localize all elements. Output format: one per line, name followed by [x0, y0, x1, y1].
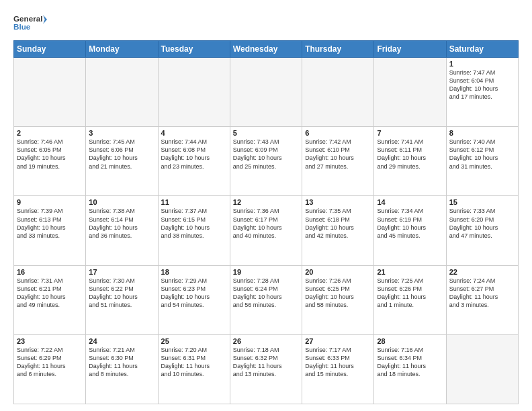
day-info: Sunrise: 7:37 AM Sunset: 6:15 PM Dayligh… [161, 207, 227, 240]
day-info: Sunrise: 7:25 AM Sunset: 6:26 PM Dayligh… [377, 277, 443, 310]
day-cell: 3Sunrise: 7:45 AM Sunset: 6:06 PM Daylig… [86, 127, 158, 196]
day-cell: 5Sunrise: 7:43 AM Sunset: 6:09 PM Daylig… [230, 127, 302, 196]
weekday-saturday: Saturday [446, 41, 518, 58]
day-number: 25 [161, 337, 227, 345]
day-cell: 24Sunrise: 7:21 AM Sunset: 6:30 PM Dayli… [86, 334, 158, 404]
day-number: 18 [161, 268, 227, 276]
day-number: 12 [233, 198, 299, 206]
day-number: 17 [89, 268, 154, 276]
weekday-wednesday: Wednesday [230, 41, 302, 58]
day-cell: 1Sunrise: 7:47 AM Sunset: 6:04 PM Daylig… [446, 58, 518, 127]
day-cell: 16Sunrise: 7:31 AM Sunset: 6:21 PM Dayli… [14, 265, 86, 334]
weekday-monday: Monday [86, 41, 158, 58]
logo-icon: General Blue [13, 11, 47, 35]
day-number: 7 [377, 129, 443, 137]
day-info: Sunrise: 7:18 AM Sunset: 6:32 PM Dayligh… [233, 346, 299, 379]
day-cell: 6Sunrise: 7:42 AM Sunset: 6:10 PM Daylig… [302, 127, 374, 196]
day-cell: 27Sunrise: 7:17 AM Sunset: 6:33 PM Dayli… [302, 334, 374, 404]
day-number: 24 [89, 337, 154, 345]
calendar-body: 1Sunrise: 7:47 AM Sunset: 6:04 PM Daylig… [14, 58, 519, 404]
day-number: 28 [377, 337, 443, 345]
day-info: Sunrise: 7:41 AM Sunset: 6:11 PM Dayligh… [377, 138, 443, 171]
day-cell: 2Sunrise: 7:46 AM Sunset: 6:05 PM Daylig… [14, 127, 86, 196]
day-cell: 22Sunrise: 7:24 AM Sunset: 6:27 PM Dayli… [446, 265, 518, 334]
day-number: 8 [449, 129, 515, 137]
day-number: 3 [89, 129, 154, 137]
day-cell [446, 334, 518, 404]
day-cell: 26Sunrise: 7:18 AM Sunset: 6:32 PM Dayli… [230, 334, 302, 404]
day-cell: 12Sunrise: 7:36 AM Sunset: 6:17 PM Dayli… [230, 196, 302, 265]
day-cell: 28Sunrise: 7:16 AM Sunset: 6:34 PM Dayli… [374, 334, 446, 404]
day-info: Sunrise: 7:40 AM Sunset: 6:12 PM Dayligh… [449, 138, 515, 171]
day-info: Sunrise: 7:20 AM Sunset: 6:31 PM Dayligh… [161, 346, 227, 379]
day-number: 21 [377, 268, 443, 276]
day-cell [14, 58, 86, 127]
day-info: Sunrise: 7:31 AM Sunset: 6:21 PM Dayligh… [17, 277, 83, 310]
svg-text:Blue: Blue [13, 22, 31, 31]
week-row-3: 9Sunrise: 7:39 AM Sunset: 6:13 PM Daylig… [14, 196, 519, 265]
day-cell [374, 58, 446, 127]
day-cell: 15Sunrise: 7:33 AM Sunset: 6:20 PM Dayli… [446, 196, 518, 265]
day-cell: 23Sunrise: 7:22 AM Sunset: 6:29 PM Dayli… [14, 334, 86, 404]
day-cell: 18Sunrise: 7:29 AM Sunset: 6:23 PM Dayli… [158, 265, 230, 334]
day-info: Sunrise: 7:29 AM Sunset: 6:23 PM Dayligh… [161, 277, 227, 310]
weekday-friday: Friday [374, 41, 446, 58]
day-number: 9 [17, 198, 83, 206]
day-info: Sunrise: 7:44 AM Sunset: 6:08 PM Dayligh… [161, 138, 227, 171]
day-cell: 21Sunrise: 7:25 AM Sunset: 6:26 PM Dayli… [374, 265, 446, 334]
day-cell: 10Sunrise: 7:38 AM Sunset: 6:14 PM Dayli… [86, 196, 158, 265]
day-number: 6 [305, 129, 371, 137]
day-info: Sunrise: 7:36 AM Sunset: 6:17 PM Dayligh… [233, 207, 299, 240]
svg-marker-2 [43, 15, 47, 24]
calendar-table: SundayMondayTuesdayWednesdayThursdayFrid… [13, 40, 519, 404]
day-number: 1 [449, 60, 515, 68]
week-row-4: 16Sunrise: 7:31 AM Sunset: 6:21 PM Dayli… [14, 265, 519, 334]
day-info: Sunrise: 7:21 AM Sunset: 6:30 PM Dayligh… [89, 346, 154, 379]
day-cell: 14Sunrise: 7:34 AM Sunset: 6:19 PM Dayli… [374, 196, 446, 265]
day-info: Sunrise: 7:47 AM Sunset: 6:04 PM Dayligh… [449, 68, 515, 101]
day-number: 23 [17, 337, 83, 345]
weekday-header-row: SundayMondayTuesdayWednesdayThursdayFrid… [14, 41, 519, 58]
day-number: 13 [305, 198, 371, 206]
day-number: 19 [233, 268, 299, 276]
day-cell [230, 58, 302, 127]
day-number: 20 [305, 268, 371, 276]
day-number: 4 [161, 129, 227, 137]
day-cell: 13Sunrise: 7:35 AM Sunset: 6:18 PM Dayli… [302, 196, 374, 265]
day-cell: 7Sunrise: 7:41 AM Sunset: 6:11 PM Daylig… [374, 127, 446, 196]
day-info: Sunrise: 7:26 AM Sunset: 6:25 PM Dayligh… [305, 277, 371, 310]
day-number: 14 [377, 198, 443, 206]
day-number: 22 [449, 268, 515, 276]
day-info: Sunrise: 7:38 AM Sunset: 6:14 PM Dayligh… [89, 207, 154, 240]
day-number: 2 [17, 129, 83, 137]
day-cell: 9Sunrise: 7:39 AM Sunset: 6:13 PM Daylig… [14, 196, 86, 265]
day-cell [158, 58, 230, 127]
day-number: 26 [233, 337, 299, 345]
day-info: Sunrise: 7:17 AM Sunset: 6:33 PM Dayligh… [305, 346, 371, 379]
day-info: Sunrise: 7:28 AM Sunset: 6:24 PM Dayligh… [233, 277, 299, 310]
weekday-thursday: Thursday [302, 41, 374, 58]
week-row-2: 2Sunrise: 7:46 AM Sunset: 6:05 PM Daylig… [14, 127, 519, 196]
day-number: 5 [233, 129, 299, 137]
day-info: Sunrise: 7:33 AM Sunset: 6:20 PM Dayligh… [449, 207, 515, 240]
day-info: Sunrise: 7:22 AM Sunset: 6:29 PM Dayligh… [17, 346, 83, 379]
day-number: 27 [305, 337, 371, 345]
day-info: Sunrise: 7:45 AM Sunset: 6:06 PM Dayligh… [89, 138, 154, 171]
day-cell: 19Sunrise: 7:28 AM Sunset: 6:24 PM Dayli… [230, 265, 302, 334]
weekday-sunday: Sunday [14, 41, 86, 58]
day-cell: 20Sunrise: 7:26 AM Sunset: 6:25 PM Dayli… [302, 265, 374, 334]
week-row-5: 23Sunrise: 7:22 AM Sunset: 6:29 PM Dayli… [14, 334, 519, 404]
day-number: 16 [17, 268, 83, 276]
day-number: 10 [89, 198, 154, 206]
day-info: Sunrise: 7:39 AM Sunset: 6:13 PM Dayligh… [17, 207, 83, 240]
day-info: Sunrise: 7:30 AM Sunset: 6:22 PM Dayligh… [89, 277, 154, 310]
day-info: Sunrise: 7:35 AM Sunset: 6:18 PM Dayligh… [305, 207, 371, 240]
day-info: Sunrise: 7:16 AM Sunset: 6:34 PM Dayligh… [377, 346, 443, 379]
page: General Blue SundayMondayTuesdayWednesda… [0, 0, 532, 411]
week-row-1: 1Sunrise: 7:47 AM Sunset: 6:04 PM Daylig… [14, 58, 519, 127]
day-cell: 25Sunrise: 7:20 AM Sunset: 6:31 PM Dayli… [158, 334, 230, 404]
day-cell [86, 58, 158, 127]
day-info: Sunrise: 7:46 AM Sunset: 6:05 PM Dayligh… [17, 138, 83, 171]
logo: General Blue [13, 11, 47, 35]
day-cell [302, 58, 374, 127]
